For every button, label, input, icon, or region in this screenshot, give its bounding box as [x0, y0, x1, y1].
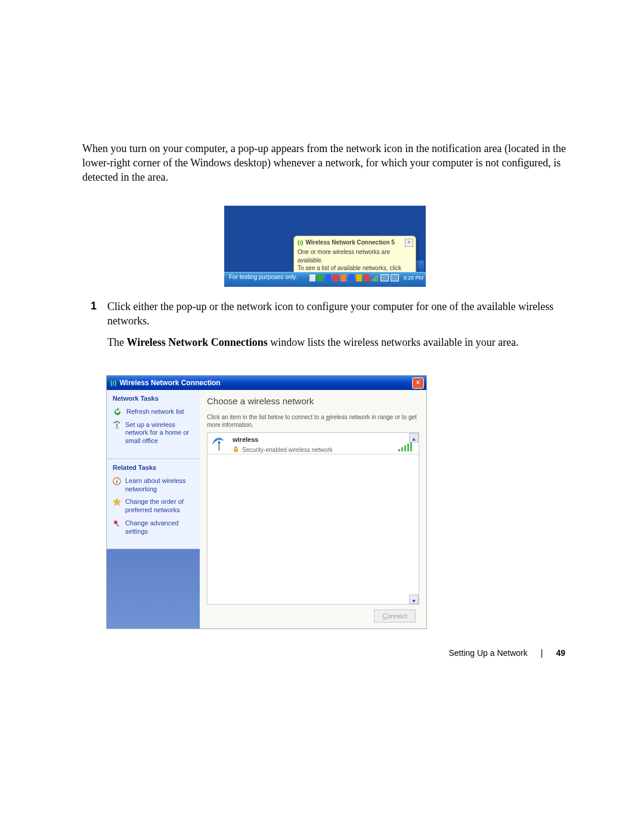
svg-rect-19 — [410, 442, 412, 451]
scroll-down-button[interactable] — [409, 594, 419, 604]
info-icon: i — [113, 477, 121, 494]
step-number: 1 — [82, 300, 97, 357]
network-item[interactable]: wireless Security-enabled wireless netwo… — [208, 433, 419, 454]
svg-rect-2 — [375, 277, 376, 281]
connect-button[interactable]: Connect — [374, 609, 416, 623]
antenna-icon — [211, 436, 228, 456]
window-close-button[interactable]: × — [412, 377, 424, 389]
svg-rect-17 — [404, 445, 406, 451]
svg-marker-8 — [113, 498, 120, 506]
svg-point-9 — [114, 521, 117, 524]
page-number: 49 — [556, 648, 565, 658]
learn-wireless-link[interactable]: i Learn about wireless networking — [113, 477, 194, 494]
figure-wireless-window: (ı) Wireless Network Connection × Networ… — [106, 375, 568, 629]
task-label: Change the order of preferred networks — [125, 498, 194, 515]
svg-point-5 — [114, 427, 119, 429]
tray-icon[interactable] — [340, 274, 346, 281]
figure-balloon-tip: nal 120) × (ı) Wireless Network Connecti… — [224, 206, 426, 287]
balloon-line1: One or more wireless networks are availa… — [298, 248, 412, 264]
svg-rect-0 — [371, 279, 373, 281]
svg-rect-14 — [234, 449, 238, 452]
choose-network-heading: Choose a wireless network — [207, 396, 419, 406]
tray-icon[interactable] — [356, 274, 362, 281]
task-label: Learn about wireless networking — [125, 477, 194, 494]
wireless-icon: (ı) — [298, 239, 303, 246]
svg-text:i: i — [116, 478, 118, 485]
wireless-icon: (ı) — [110, 376, 116, 390]
monitor-icon[interactable] — [391, 274, 399, 281]
network-security-label: Security-enabled wireless network — [242, 447, 333, 453]
balloon-close-button[interactable]: × — [405, 239, 413, 247]
page-footer: Setting Up a Network | 49 — [448, 648, 565, 658]
svg-rect-18 — [407, 444, 409, 451]
svg-rect-10 — [116, 524, 120, 527]
task-label: Refresh network list — [126, 408, 184, 416]
step-followup: The Wireless Network Connections window … — [107, 336, 568, 350]
network-name: wireless — [233, 436, 401, 443]
refresh-icon — [113, 408, 122, 416]
change-advanced-link[interactable]: Change advanced settings — [113, 519, 194, 536]
footer-divider: | — [541, 648, 543, 658]
tray-icon[interactable] — [364, 274, 370, 281]
tray-icon[interactable] — [309, 274, 315, 281]
hint-text: Click an item in the list below to conne… — [207, 413, 419, 429]
task-label: Change advanced settings — [125, 519, 194, 536]
settings-icon — [113, 519, 121, 536]
network-list[interactable]: wireless Security-enabled wireless netwo… — [207, 432, 419, 605]
svg-marker-20 — [412, 600, 416, 603]
refresh-network-list-link[interactable]: Refresh network list — [113, 408, 194, 416]
antenna-icon — [113, 421, 121, 445]
window-title: Wireless Network Connection — [119, 376, 220, 390]
change-order-link[interactable]: Change the order of preferred networks — [113, 498, 194, 515]
window-titlebar[interactable]: (ı) Wireless Network Connection × — [107, 376, 426, 390]
desktop-watermark: For testing purposes only. — [229, 274, 297, 280]
svg-rect-1 — [373, 278, 374, 281]
signal-icon[interactable] — [371, 274, 379, 281]
tray-icon[interactable] — [325, 274, 331, 281]
related-tasks-heading: Related Tasks — [113, 464, 194, 471]
system-tray[interactable]: 9:20 PM — [309, 274, 423, 281]
svg-rect-15 — [398, 449, 400, 451]
wireless-connection-window: (ı) Wireless Network Connection × Networ… — [106, 375, 427, 629]
taskbar: For testing purposes only. 9:20 PM — [224, 272, 426, 287]
setup-wireless-network-link[interactable]: Set up a wireless network for a home or … — [113, 421, 194, 445]
svg-rect-3 — [377, 275, 378, 281]
balloon-title: Wireless Network Connection 5 — [305, 239, 394, 246]
network-tasks-heading: Network Tasks — [113, 395, 194, 402]
svg-rect-16 — [401, 447, 403, 451]
task-label: Set up a wireless network for a home or … — [125, 421, 194, 445]
network-icon[interactable] — [380, 274, 389, 281]
svg-rect-12 — [218, 442, 220, 451]
svg-point-13 — [218, 441, 221, 444]
lock-icon — [233, 446, 239, 454]
sidebar: Network Tasks Refresh network list Se — [107, 390, 200, 628]
star-icon — [113, 498, 121, 515]
main-pane: Choose a wireless network Click an item … — [200, 390, 426, 628]
intro-paragraph: When you turn on your computer, a pop-up… — [82, 142, 568, 184]
step-text: Click either the pop-up or the network i… — [107, 300, 568, 329]
signal-strength-icon — [398, 442, 413, 454]
tray-icon[interactable] — [333, 274, 339, 281]
tray-icon[interactable] — [348, 274, 354, 281]
taskbar-clock: 9:20 PM — [403, 275, 423, 281]
footer-section: Setting Up a Network — [448, 648, 527, 658]
tray-icon[interactable] — [317, 274, 323, 281]
